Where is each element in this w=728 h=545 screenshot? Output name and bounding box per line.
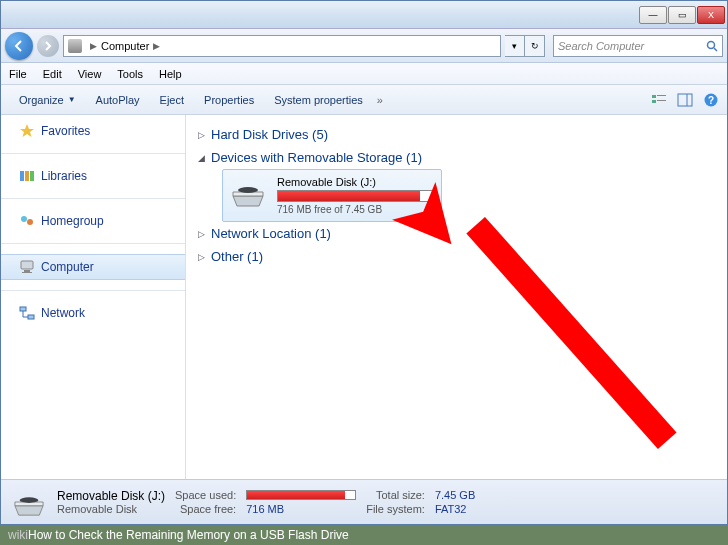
status-label-space-used: Space used: — [175, 489, 236, 501]
removable-disk-icon — [229, 176, 267, 208]
collapsed-icon: ▷ — [198, 130, 205, 140]
caption-text: How to Check the Remaining Memory on a U… — [28, 528, 349, 542]
menu-file[interactable]: File — [9, 68, 27, 80]
help-button[interactable]: ? — [703, 92, 719, 108]
properties-button[interactable]: Properties — [194, 90, 264, 110]
sidebar-item-computer[interactable]: Computer — [1, 254, 185, 280]
refresh-button[interactable]: ↻ — [525, 35, 545, 57]
svg-point-25 — [20, 497, 39, 503]
minimize-button[interactable]: — — [639, 6, 667, 24]
organize-button[interactable]: Organize ▼ — [9, 90, 86, 110]
svg-point-22 — [238, 187, 258, 193]
drive-usage-bar — [277, 190, 435, 202]
drive-name: Removable Disk (J:) — [277, 176, 435, 188]
address-dropdown-button[interactable]: ▾ — [505, 35, 525, 57]
menu-bar: File Edit View Tools Help — [1, 63, 727, 85]
navigation-bar: ▶ Computer ▶ ▾ ↻ Search Computer — [1, 29, 727, 63]
address-bar[interactable]: ▶ Computer ▶ — [63, 35, 501, 57]
svg-rect-4 — [652, 100, 656, 103]
search-placeholder: Search Computer — [558, 40, 644, 52]
menu-view[interactable]: View — [78, 68, 102, 80]
close-button[interactable]: X — [697, 6, 725, 24]
caption-prefix: wiki — [8, 528, 28, 542]
toolbar-overflow-button[interactable]: » — [377, 94, 383, 106]
sidebar-item-network[interactable]: Network — [1, 301, 185, 325]
svg-rect-17 — [22, 272, 32, 273]
breadcrumb-separator-icon: ▶ — [153, 41, 160, 51]
system-properties-button[interactable]: System properties — [264, 90, 373, 110]
group-network-location[interactable]: ▷ Network Location (1) — [198, 222, 715, 245]
breadcrumb-separator-icon: ▶ — [90, 41, 97, 51]
status-label-space-free: Space free: — [175, 503, 236, 515]
svg-rect-12 — [30, 171, 34, 181]
status-total-size: 7.45 GB — [435, 489, 475, 501]
svg-rect-19 — [28, 315, 34, 319]
change-view-button[interactable] — [651, 92, 667, 108]
status-usage-bar — [246, 490, 356, 500]
svg-rect-5 — [657, 100, 666, 101]
computer-icon — [68, 39, 82, 53]
menu-edit[interactable]: Edit — [43, 68, 62, 80]
status-bar: Removable Disk (J:) Removable Disk Space… — [1, 479, 727, 524]
computer-icon — [19, 259, 35, 275]
svg-line-1 — [714, 48, 717, 51]
svg-point-13 — [21, 216, 27, 222]
status-label-total-size: Total size: — [366, 489, 425, 501]
svg-rect-3 — [657, 95, 666, 96]
drive-space-text: 716 MB free of 7.45 GB — [277, 204, 435, 215]
sidebar-item-libraries[interactable]: Libraries — [1, 164, 185, 188]
drive-removable-disk[interactable]: Removable Disk (J:) 716 MB free of 7.45 … — [222, 169, 442, 222]
search-icon — [706, 40, 718, 52]
svg-point-0 — [708, 41, 715, 48]
content-pane[interactable]: ▷ Hard Disk Drives (5) ◢ Devices with Re… — [186, 115, 727, 479]
toolbar: Organize ▼ AutoPlay Eject Properties Sys… — [1, 85, 727, 115]
group-other[interactable]: ▷ Other (1) — [198, 245, 715, 268]
removable-disk-icon — [11, 487, 47, 517]
search-input[interactable]: Search Computer — [553, 35, 723, 57]
svg-rect-10 — [20, 171, 24, 181]
wikihow-caption: wiki How to Check the Remaining Memory o… — [0, 525, 728, 545]
autoplay-button[interactable]: AutoPlay — [86, 90, 150, 110]
drive-usage-fill — [278, 191, 420, 201]
dropdown-icon: ▼ — [68, 95, 76, 104]
status-drive-type: Removable Disk — [57, 503, 165, 515]
svg-rect-18 — [20, 307, 26, 311]
group-removable-storage[interactable]: ◢ Devices with Removable Storage (1) — [198, 146, 715, 169]
libraries-icon — [19, 168, 35, 184]
menu-help[interactable]: Help — [159, 68, 182, 80]
expanded-icon: ◢ — [198, 153, 205, 163]
svg-point-14 — [27, 219, 33, 225]
svg-rect-2 — [652, 95, 656, 98]
svg-rect-15 — [21, 261, 33, 269]
collapsed-icon: ▷ — [198, 229, 205, 239]
star-icon — [19, 123, 35, 139]
menu-tools[interactable]: Tools — [117, 68, 143, 80]
eject-button[interactable]: Eject — [150, 90, 194, 110]
group-hard-disk-drives[interactable]: ▷ Hard Disk Drives (5) — [198, 123, 715, 146]
status-space-free: 716 MB — [246, 503, 356, 515]
maximize-button[interactable]: ▭ — [668, 6, 696, 24]
back-button[interactable] — [5, 32, 33, 60]
svg-text:?: ? — [708, 95, 714, 106]
homegroup-icon — [19, 213, 35, 229]
status-label-file-system: File system: — [366, 503, 425, 515]
status-drive-name: Removable Disk (J:) — [57, 489, 165, 503]
navigation-sidebar: Favorites Libraries Homegroup — [1, 115, 186, 479]
preview-pane-button[interactable] — [677, 92, 693, 108]
svg-rect-11 — [25, 171, 29, 181]
svg-rect-6 — [678, 94, 692, 106]
network-icon — [19, 305, 35, 321]
status-file-system: FAT32 — [435, 503, 475, 515]
sidebar-item-favorites[interactable]: Favorites — [1, 119, 185, 143]
sidebar-item-homegroup[interactable]: Homegroup — [1, 209, 185, 233]
window-titlebar: — ▭ X — [1, 1, 727, 29]
forward-button[interactable] — [37, 35, 59, 57]
svg-rect-16 — [24, 270, 30, 272]
breadcrumb-current[interactable]: Computer — [101, 40, 149, 52]
collapsed-icon: ▷ — [198, 252, 205, 262]
